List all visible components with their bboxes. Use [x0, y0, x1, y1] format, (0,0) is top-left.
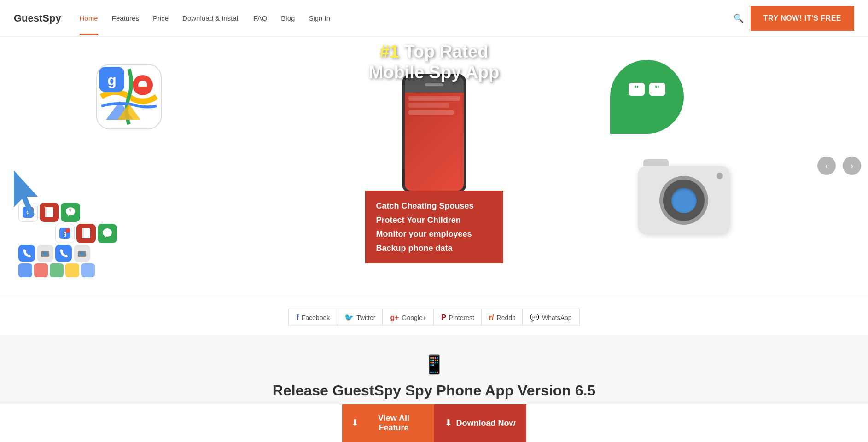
download-now-button[interactable]: ⬇ Download Now — [434, 404, 526, 433]
google-maps-icon: g — [92, 60, 166, 134]
facebook-icon: f — [296, 314, 298, 322]
phone-screen — [405, 93, 464, 192]
camera-area — [638, 166, 730, 235]
hero-inner: g — [0, 37, 868, 295]
mini-icons-row3 — [18, 245, 117, 262]
feature-line3: Monitor your employees — [376, 227, 492, 241]
phone-speaker — [425, 83, 443, 86]
mobile-phone-icon: 📱 — [9, 354, 859, 375]
mini-book-icon2 — [76, 224, 96, 243]
svg-point-23 — [65, 228, 70, 233]
nav-blog[interactable]: Blog — [281, 14, 295, 22]
mini-icons-row2: g — [55, 224, 117, 243]
camera-icon — [638, 166, 730, 235]
pinterest-share-button[interactable]: P Pinterest — [433, 309, 482, 326]
mini-blue1 — [18, 263, 32, 277]
svg-marker-27 — [105, 235, 107, 238]
svg-point-29 — [43, 252, 47, 256]
reddit-share-button[interactable]: r/ Reddit — [481, 309, 523, 326]
hero-phone-area: #1 #1 Top RatedTop Rated Mobile Spy App — [402, 74, 466, 195]
mini-phone-icon — [18, 245, 35, 262]
hero-hash: #1 — [380, 42, 404, 61]
googleplus-icon: g+ — [390, 314, 399, 322]
whatsapp-icon: 💬 — [530, 313, 539, 322]
search-button[interactable]: 🔍 — [734, 13, 744, 23]
svg-point-26 — [103, 228, 112, 237]
nav-signin[interactable]: Sign In — [309, 14, 330, 22]
reddit-icon: r/ — [489, 314, 494, 322]
twitter-share-button[interactable]: 🐦 Twitter — [337, 309, 383, 326]
nav-price[interactable]: Price — [153, 14, 169, 22]
twitter-icon: 🐦 — [344, 313, 354, 322]
camera-lens — [663, 180, 705, 221]
mini-red1 — [34, 263, 48, 277]
carousel-next-button[interactable]: › — [843, 157, 861, 175]
release-title: Release GuestSpy Spy Phone App Version 6… — [9, 382, 859, 399]
download-icon-dl: ⬇ — [445, 418, 452, 428]
googleplus-share-button[interactable]: g+ Google+ — [382, 309, 434, 326]
svg-rect-25 — [82, 228, 84, 238]
nav-faq[interactable]: FAQ — [253, 14, 267, 22]
icons-cluster: g " g — [0, 175, 117, 277]
phone-mockup — [402, 74, 466, 193]
mini-camera-icon3 — [74, 245, 90, 262]
mini-maps-icon2: g — [55, 224, 75, 243]
facebook-share-button[interactable]: f Facebook — [288, 309, 338, 326]
social-share-bar: f Facebook 🐦 Twitter g+ Google+ P Pinter… — [0, 295, 868, 335]
twitter-label: Twitter — [356, 314, 375, 321]
bottom-action-bar: ⬇ View All Feature ⬇ Download Now — [0, 404, 868, 433]
feature-line2: Protect Your Children — [376, 213, 492, 227]
svg-marker-19 — [68, 214, 70, 217]
hangouts-icon: " " — [610, 60, 684, 134]
feature-line1: Catch Cheating Spouses — [376, 199, 492, 213]
mini-hangouts-icon: " — [61, 203, 80, 222]
mini-camera-icon2 — [37, 245, 53, 262]
svg-text:": " — [69, 209, 71, 214]
mini-phone-icon2 — [55, 245, 72, 262]
svg-text:": " — [655, 83, 659, 95]
hero-heading: #1 #1 Top RatedTop Rated — [369, 41, 500, 63]
camera-lens-inner — [671, 188, 697, 213]
try-now-button[interactable]: TRY NOW! IT'S FREE — [751, 6, 854, 31]
nav-download[interactable]: Download & Install — [182, 14, 239, 22]
download-icon-view: ⬇ — [351, 418, 358, 428]
phone-bar3 — [408, 110, 455, 115]
pinterest-label: Pinterest — [449, 314, 474, 321]
mini-blue2 — [81, 263, 95, 277]
mini-hangouts-icon2 — [98, 224, 117, 243]
svg-text:g: g — [107, 72, 117, 88]
whatsapp-share-button[interactable]: 💬 WhatsApp — [522, 309, 580, 326]
view-feature-button[interactable]: ⬇ View All Feature — [342, 404, 434, 433]
phone-bar2 — [408, 103, 450, 108]
whatsapp-label: WhatsApp — [542, 314, 572, 321]
main-nav: Home Features Price Download & Install F… — [80, 14, 734, 22]
nav-home[interactable]: Home — [80, 14, 98, 22]
hero-subtitle: Mobile Spy App — [369, 63, 500, 82]
googleplus-label: Google+ — [402, 314, 426, 321]
carousel-prev-button[interactable]: ‹ — [817, 157, 836, 175]
pinterest-icon: P — [441, 314, 446, 322]
hero-features-box: Catch Cheating Spouses Protect Your Chil… — [365, 191, 503, 263]
google-maps-area: g — [92, 60, 166, 135]
reddit-label: Reddit — [497, 314, 515, 321]
hero-top-text: #1 #1 Top RatedTop Rated Mobile Spy App — [369, 41, 500, 82]
hero-center: #1 #1 Top RatedTop Rated Mobile Spy App … — [365, 74, 503, 268]
facebook-label: Facebook — [302, 314, 330, 321]
hero-section: g — [0, 37, 868, 295]
mini-yellow1 — [65, 263, 79, 277]
mini-icons-row4 — [18, 263, 117, 277]
download-now-label: Download Now — [456, 419, 516, 428]
svg-point-31 — [80, 252, 84, 256]
camera-dot — [717, 173, 723, 179]
nav-features[interactable]: Features — [112, 14, 139, 22]
svg-text:": " — [634, 83, 639, 95]
camera-top-bump — [643, 159, 669, 166]
phone-bar1 — [408, 96, 460, 101]
view-feature-label: View All Feature — [363, 413, 425, 433]
header: GuestSpy Home Features Price Download & … — [0, 0, 868, 37]
blue-cursor-icon — [9, 166, 46, 221]
hangouts-area: " " — [610, 60, 684, 134]
mini-green1 — [50, 263, 64, 277]
header-right: 🔍 TRY NOW! IT'S FREE — [734, 6, 854, 31]
hangouts-quotes-icon: " " — [626, 81, 668, 113]
